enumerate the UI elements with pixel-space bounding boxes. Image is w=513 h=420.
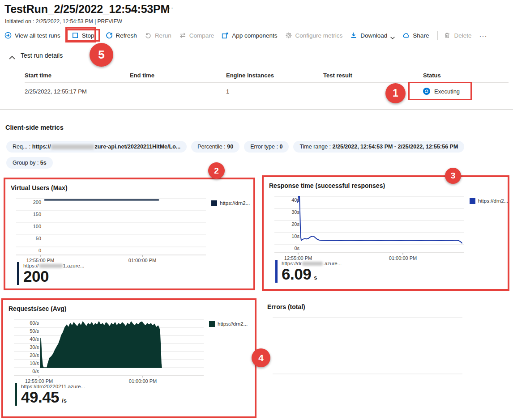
app-components-icon <box>222 32 229 39</box>
legend-swatch <box>211 200 217 206</box>
section-divider <box>0 109 513 110</box>
column-header-engine-instances: Engine instances <box>226 72 323 79</box>
svg-text:30s: 30s <box>291 209 299 215</box>
pill-value: https://zure-api.net/20220211HitMe/Lo... <box>32 144 180 150</box>
svg-text:30/s: 30/s <box>30 344 39 350</box>
svg-text:200: 200 <box>33 199 41 205</box>
svg-text:10s: 10s <box>291 233 299 239</box>
toolbar-button-label: View all test runs <box>15 32 60 39</box>
toolbar-button-view-all-test-runs[interactable]: View all test runs <box>4 32 60 39</box>
summary-value: 200 <box>23 268 49 285</box>
test-run-details-table: Start timeEnd timeEngine instancesTest r… <box>25 68 509 100</box>
pill-value: 2/25/2022, 12:54:53 PM - 2/25/2022, 12:5… <box>333 144 458 150</box>
pill-value: 0 <box>279 144 282 150</box>
filter-pill-error-type[interactable]: Error type : 0 <box>244 141 289 153</box>
toolbar-button-compare[interactable]: Compare <box>179 32 214 39</box>
initiated-on-subtitle: Initiated on : 2/25/2022, 12:54:53 PM | … <box>5 18 122 25</box>
toolbar-button-download[interactable]: Download <box>350 32 395 39</box>
chart-card-requests-per-sec: Requests/sec (Avg) 60/s50/s40/s30/s20/s1… <box>1 298 256 418</box>
column-header-status: Status <box>423 72 509 79</box>
chevron-up-icon <box>9 54 15 58</box>
pill-label: Req... : <box>13 144 32 150</box>
svg-text:12:55:00 PM: 12:55:00 PM <box>284 255 312 260</box>
filter-pill-time-range[interactable]: Time range : 2/25/2022, 12:54:53 PM - 2/… <box>293 141 464 153</box>
filter-pill-group-by[interactable]: Group by : 5s <box>6 157 53 169</box>
toolbar-button-stop[interactable]: Stop <box>66 29 100 42</box>
summary-value: 49.45 <box>21 389 59 406</box>
toolbar-button-more[interactable]: ··· <box>479 32 487 39</box>
filter-pill-percentile[interactable]: Percentile : 90 <box>191 141 239 153</box>
client-side-metrics-heading: Client-side metrics <box>5 124 64 131</box>
svg-text:100: 100 <box>33 224 41 229</box>
stop-square-icon <box>72 32 79 39</box>
column-header-test-result: Test result <box>323 72 423 79</box>
annotation-badge-5: 5 <box>90 43 113 67</box>
summary-unit: s <box>314 274 317 281</box>
svg-text:01:00:00 PM: 01:00:00 PM <box>128 258 156 262</box>
svg-text:12:55:00 PM: 12:55:00 PM <box>25 378 53 383</box>
annotation-badge-2: 2 <box>208 162 225 179</box>
chart-summary: https://dr.azure...6.09s <box>275 260 502 283</box>
errors-plot <box>267 313 464 381</box>
command-toolbar: View all test runsStopRefreshRerunCompar… <box>4 27 509 44</box>
pill-label: Time range : <box>299 144 332 150</box>
chart-card-errors: Errors (total) <box>262 298 509 418</box>
toolbar-button-refresh[interactable]: Refresh <box>106 32 137 39</box>
sync-status-icon <box>423 88 430 95</box>
cloud-share-icon <box>402 32 410 39</box>
summary-color-bar <box>17 262 19 285</box>
toolbar-button-app-components[interactable]: App components <box>222 32 277 39</box>
title-more-icon[interactable]: ··· <box>166 4 174 11</box>
chart-legend[interactable]: https://drn2... <box>209 320 248 327</box>
summary-value: 6.09 <box>282 266 311 283</box>
chart-title: Errors (total) <box>267 303 504 310</box>
legend-swatch <box>209 321 215 327</box>
redacted-text <box>302 262 323 266</box>
virtual-users-plot: 20015010050012:55:00 PM01:00:00 PM <box>11 194 208 262</box>
svg-text:0: 0 <box>38 248 41 253</box>
chart-card-response-time: Response time (successful responses) 40s… <box>262 175 509 291</box>
trash-icon <box>444 32 451 39</box>
chart-legend[interactable]: https://drn2... <box>470 197 508 204</box>
arrow-circle-right-icon <box>4 32 12 39</box>
svg-text:01:00:00 PM: 01:00:00 PM <box>129 378 157 383</box>
toolbar-button-share[interactable]: Share <box>402 32 429 39</box>
table-row[interactable]: 2/25/2022, 12:55:17 PM1Executing <box>25 83 509 100</box>
filter-pill-request-url[interactable]: Req... : https://zure-api.net/20220211Hi… <box>6 141 187 153</box>
toolbar-button-configure-metrics[interactable]: Configure metrics <box>285 32 343 39</box>
test-run-details-toggle[interactable]: Test run details <box>9 52 63 59</box>
toolbar-divider <box>437 31 438 40</box>
toolbar-button-label: Compare <box>189 32 214 39</box>
requests-per-sec-plot: 60/s50/s40/s30/s20/s10/s0/s12:55:00 PM01… <box>9 315 205 383</box>
pill-value: 90 <box>227 144 233 150</box>
chart-legend[interactable]: https://drn2... <box>211 199 250 207</box>
chevron-down-icon <box>390 34 395 37</box>
filter-pill-row-2: Group by : 5s <box>6 157 53 169</box>
status-badge: Executing <box>434 88 460 95</box>
toolbar-button-label: ··· <box>479 32 487 39</box>
toolbar-button-label: Refresh <box>116 32 137 39</box>
svg-text:01:00:00 PM: 01:00:00 PM <box>389 255 417 260</box>
cell-status: Executing <box>423 88 509 95</box>
svg-text:0s: 0s <box>294 246 299 251</box>
svg-text:40/s: 40/s <box>30 336 39 342</box>
chart-title: Virtual Users (Max) <box>11 184 248 191</box>
test-run-details-label: Test run details <box>21 52 63 59</box>
svg-text:10/s: 10/s <box>30 361 39 366</box>
column-header-start-time: Start time <box>25 72 130 79</box>
toolbar-button-label: Share <box>413 32 429 39</box>
toolbar-button-delete[interactable]: Delete <box>444 32 471 39</box>
toolbar-button-rerun[interactable]: Rerun <box>145 32 171 39</box>
filter-pill-row-1: Req... : https://zure-api.net/20220211Hi… <box>6 141 464 153</box>
svg-text:60/s: 60/s <box>30 320 39 326</box>
svg-text:20s: 20s <box>291 221 299 227</box>
column-header-end-time: End time <box>130 72 226 79</box>
cell-engine-instances: 1 <box>226 88 323 95</box>
toolbar-button-label: Stop <box>82 32 94 39</box>
legend-label: https://drn2... <box>478 198 508 204</box>
toolbar-button-label: Delete <box>454 32 471 39</box>
redacted-text <box>39 264 63 268</box>
toolbar-button-label: Download <box>360 32 387 39</box>
pill-label: Error type : <box>250 144 279 150</box>
pill-label: Group by : <box>13 160 40 166</box>
